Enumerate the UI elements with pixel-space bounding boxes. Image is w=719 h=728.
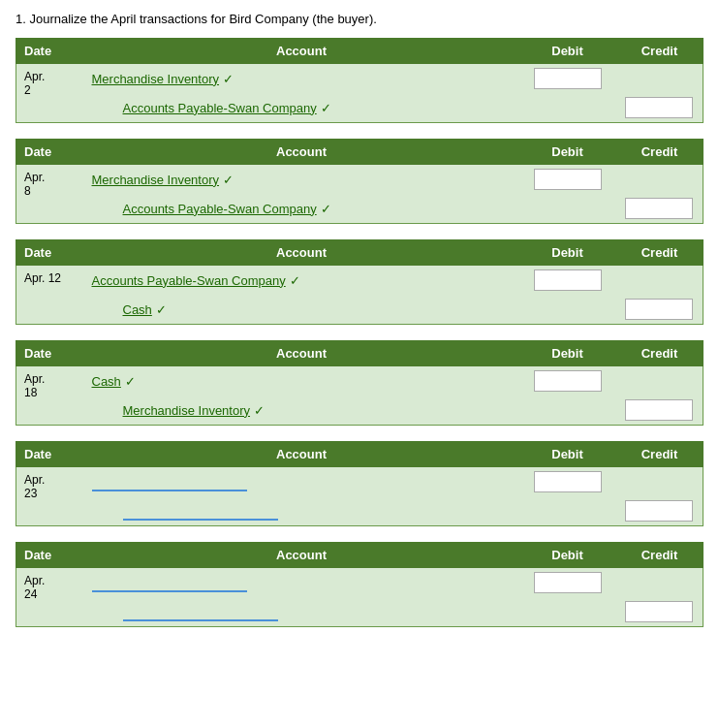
day-label-5: 23 <box>24 487 77 500</box>
date-cell-4: Apr. 18 <box>16 366 84 426</box>
debit-input-cell-2 <box>519 165 616 195</box>
account-link-sub-2: Accounts Payable-Swan Company <box>123 202 317 216</box>
journal-table-2: Date Account Debit Credit Apr. 8 Merchan… <box>16 139 703 224</box>
table-sub-row-3: Cash✓ <box>16 295 703 325</box>
header-account-6: Account <box>84 543 519 568</box>
header-credit-6: Credit <box>616 543 703 568</box>
account-sub-3: Cash✓ <box>84 295 519 325</box>
account-main-input-6[interactable] <box>92 573 247 592</box>
account-sub-5 <box>84 496 519 526</box>
day-label-4: 18 <box>24 386 77 399</box>
credit-empty-3a <box>616 266 703 296</box>
debit-empty-4 <box>519 396 616 426</box>
header-credit-2: Credit <box>616 140 703 165</box>
credit-input-cell-1a <box>616 64 703 94</box>
header-account-1: Account <box>84 39 519 64</box>
credit-empty-2a <box>616 165 703 195</box>
header-credit-3: Credit <box>616 240 703 266</box>
account-link-main-2: Merchandise Inventory <box>92 173 220 187</box>
debit-input-5[interactable] <box>534 471 602 492</box>
debit-input-4[interactable] <box>534 370 602 392</box>
debit-input-2[interactable] <box>534 169 602 190</box>
day-label-6: 24 <box>24 587 77 601</box>
journal-table-4: Date Account Debit Credit Apr. 18 Cash✓ … <box>16 340 703 426</box>
date-cell-5: Apr. 23 <box>16 467 84 526</box>
account-main-3: Accounts Payable-Swan Company✓ <box>84 266 519 296</box>
account-link-main-1: Merchandise Inventory <box>92 72 220 86</box>
credit-input-3[interactable] <box>625 299 693 320</box>
credit-empty-6a <box>616 568 703 598</box>
header-account-5: Account <box>84 442 519 467</box>
header-debit-5: Debit <box>519 442 616 467</box>
header-debit-1: Debit <box>519 39 616 64</box>
header-account-4: Account <box>84 341 519 366</box>
apr-label-2: Apr. <box>24 171 77 184</box>
table-sub-row-5 <box>16 496 703 526</box>
header-credit-4: Credit <box>616 341 703 366</box>
account-sub-1: Accounts Payable-Swan Company✓ <box>84 93 519 123</box>
account-main-4: Cash✓ <box>84 366 519 396</box>
header-debit-2: Debit <box>519 140 616 165</box>
date-cell-3: Apr. 12 <box>16 266 84 325</box>
date-cell-6: Apr. 24 <box>16 568 84 627</box>
debit-input-1[interactable] <box>534 68 602 89</box>
table-row: Apr. 18 Cash✓ <box>16 366 703 396</box>
debit-empty-1 <box>519 93 616 123</box>
header-account-3: Account <box>84 240 519 266</box>
account-link-main-4: Cash <box>92 374 121 389</box>
debit-input-cell-1 <box>519 64 616 94</box>
account-main-2: Merchandise Inventory✓ <box>84 165 519 195</box>
table-row: Apr. 2 Merchandise Inventory✓ <box>16 64 703 94</box>
debit-input-cell-6 <box>519 568 616 598</box>
table-row: Apr. 8 Merchandise Inventory✓ <box>16 165 703 195</box>
account-sub-4: Merchandise Inventory✓ <box>84 396 519 426</box>
credit-input-6[interactable] <box>625 601 693 622</box>
header-date-2: Date <box>16 140 84 165</box>
instruction-text: 1. Journalize the April transactions for… <box>16 12 703 26</box>
check-main-4: ✓ <box>125 374 136 389</box>
credit-input-cell-4b <box>616 396 703 426</box>
apr-label-3: Apr. 12 <box>24 271 77 285</box>
day-label-1: 2 <box>24 83 77 97</box>
account-sub-input-5[interactable] <box>123 501 278 521</box>
credit-input-5[interactable] <box>625 500 693 522</box>
journal-table-6: Date Account Debit Credit Apr. 24 <box>16 542 703 627</box>
credit-input-4[interactable] <box>625 399 693 421</box>
account-link-main-3: Accounts Payable-Swan Company <box>92 273 286 288</box>
header-debit-6: Debit <box>519 543 616 568</box>
account-main-6 <box>84 568 519 598</box>
debit-input-3[interactable] <box>534 269 602 291</box>
apr-label-6: Apr. <box>24 574 77 587</box>
account-main-1: Merchandise Inventory✓ <box>84 64 519 94</box>
check-main-1: ✓ <box>223 72 234 86</box>
account-link-sub-3: Cash <box>123 302 152 317</box>
apr-label-5: Apr. <box>24 473 77 487</box>
credit-empty-5a <box>616 467 703 497</box>
credit-empty-4a <box>616 366 703 396</box>
debit-input-cell-4 <box>519 366 616 396</box>
header-date-6: Date <box>16 543 84 568</box>
apr-label-1: Apr. <box>24 70 77 83</box>
header-date-5: Date <box>16 442 84 467</box>
journal-table-5: Date Account Debit Credit Apr. 23 <box>16 441 703 526</box>
account-link-sub-4: Merchandise Inventory <box>123 403 251 418</box>
account-link-sub-1: Accounts Payable-Swan Company <box>123 101 317 115</box>
account-sub-2: Accounts Payable-Swan Company✓ <box>84 194 519 224</box>
debit-input-6[interactable] <box>534 572 602 593</box>
account-main-input-5[interactable] <box>92 472 247 491</box>
table-sub-row-1: Accounts Payable-Swan Company✓ <box>16 93 703 123</box>
header-account-2: Account <box>84 140 519 165</box>
header-credit-5: Credit <box>616 442 703 467</box>
header-date-4: Date <box>16 341 84 366</box>
credit-input-1[interactable] <box>625 97 693 118</box>
date-cell-2: Apr. 8 <box>16 165 84 224</box>
check-main-2: ✓ <box>223 173 234 187</box>
check-sub-3: ✓ <box>156 302 167 317</box>
header-debit-4: Debit <box>519 341 616 366</box>
account-sub-input-6[interactable] <box>123 602 278 621</box>
credit-input-2[interactable] <box>625 198 693 219</box>
credit-input-cell-1b <box>616 93 703 123</box>
table-sub-row-2: Accounts Payable-Swan Company✓ <box>16 194 703 224</box>
debit-empty-5 <box>519 496 616 526</box>
header-credit-1: Credit <box>616 39 703 64</box>
